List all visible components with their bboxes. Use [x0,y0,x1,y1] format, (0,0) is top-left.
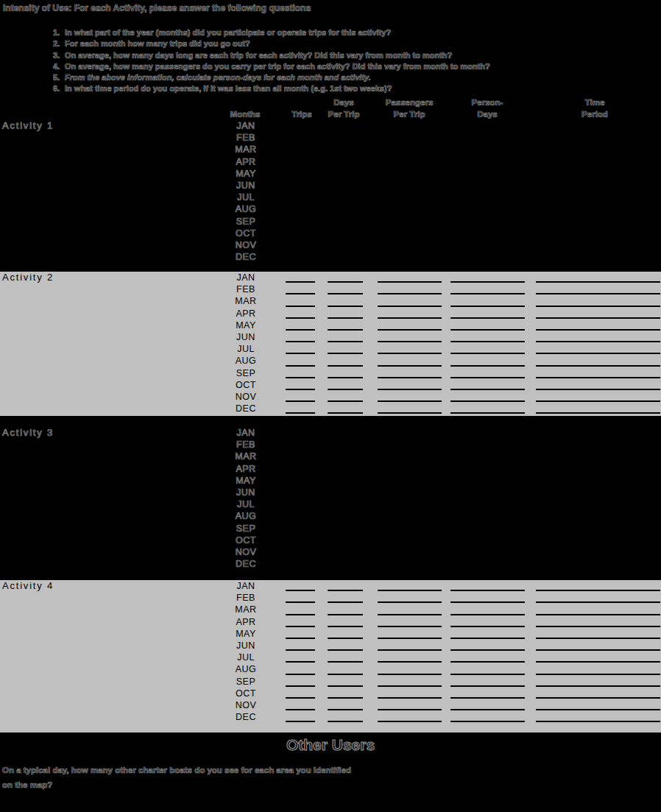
trips-blank-field [286,317,315,319]
person-days-blank-field [450,649,525,651]
days-per-trip-blank-field [328,601,363,603]
trips-blank-field [286,281,315,283]
passengers-per-trip-blank-field [378,544,442,546]
month-row: AUG [0,663,661,675]
passengers-per-trip-blank-field [378,377,442,378]
month-label: AUG [222,355,269,367]
month-label: MAY [222,319,269,331]
month-label: NOV [222,699,269,711]
trips-blank-field [286,130,315,131]
time-period-blank-field [536,685,660,687]
column-header-passengers-per-trip: PassengersPer Trip [386,96,434,120]
month-row: OCT [0,534,661,546]
trips-blank-field [286,649,315,651]
person-days-blank-field [450,177,525,179]
month-label: AUG [222,663,269,675]
days-per-trip-blank-field [328,661,363,663]
page-title: Intensity of Use: For each Activity, ple… [3,3,311,13]
trips-blank-field [286,590,315,591]
month-row: SEP [0,216,661,227]
passengers-per-trip-blank-field [378,281,442,283]
trips-blank-field [286,329,315,331]
days-per-trip-blank-field [328,201,363,202]
month-row: APR [0,308,661,319]
activity-1-section: Activity 1 JAN FEB MAR APR MAY [0,120,661,272]
month-label: MAY [222,168,269,180]
month-row: MAY [0,628,661,640]
question-3: 3. On average, how many days long are ea… [53,50,635,61]
month-label: AUG [222,510,269,522]
passengers-per-trip-blank-field [378,697,442,699]
question-number: 6. [53,83,65,94]
passengers-per-trip-blank-field [378,249,442,250]
trips-blank-field [286,189,315,191]
question-4: 4. On average, how many passengers do yo… [53,61,635,72]
month-row: APR [0,156,661,168]
days-per-trip-blank-field [328,293,363,294]
person-days-blank-field [450,130,525,131]
trips-blank-field [286,484,315,486]
person-days-blank-field [450,293,525,294]
time-period-blank-field [536,496,660,498]
days-per-trip-blank-field [328,697,363,699]
month-label: MAY [222,628,269,640]
month-row: MAY [0,475,661,487]
days-per-trip-blank-field [328,329,363,331]
person-days-blank-field [450,448,525,450]
month-row: AUG [0,510,661,522]
trips-blank-field [286,556,315,557]
days-per-trip-blank-field [328,281,363,283]
month-label: JUL [222,498,269,510]
question-text: From the above information, calculate pe… [65,72,371,83]
passengers-per-trip-blank-field [378,261,442,262]
trips-blank-field [286,306,315,307]
month-row: FEB [0,283,661,295]
time-period-blank-field [536,154,660,155]
person-days-blank-field [450,213,525,215]
trips-blank-field [286,601,315,603]
person-days-blank-field [450,520,525,522]
month-row: JUN [0,640,661,652]
month-row: OCT [0,227,661,239]
column-header-days-per-trip: DaysPer Trip [328,96,360,120]
month-row: JUN [0,331,661,343]
days-per-trip-blank-field [328,461,363,462]
question-number: 3. [53,50,65,61]
trips-blank-field [286,141,315,143]
trips-blank-field [286,154,315,155]
trips-blank-field [286,638,315,639]
days-per-trip-blank-field [328,685,363,687]
month-row: SEP [0,367,661,379]
activity-3-rows: JAN FEB MAR APR MAY [0,427,661,570]
person-days-blank-field [450,341,525,342]
passengers-per-trip-blank-field [378,141,442,143]
time-period-blank-field [536,661,660,663]
time-period-blank-field [536,389,660,390]
time-period-blank-field [536,225,660,227]
question-text: In what part of the year (months) did yo… [65,27,391,38]
time-period-blank-field [536,697,660,699]
month-label: JUN [222,331,269,343]
person-days-blank-field [450,532,525,534]
days-per-trip-blank-field [328,306,363,307]
time-period-blank-field [536,532,660,534]
trips-blank-field [286,496,315,498]
question-number: 5. [53,72,65,83]
month-row: FEB [0,439,661,451]
trips-blank-field [286,674,315,675]
time-period-blank-field [536,626,660,627]
column-header-trips: Trips [291,96,311,120]
time-period-blank-field [536,437,660,438]
days-per-trip-blank-field [328,473,363,474]
other-users-question: On a typical day, how many other charter… [2,763,356,792]
person-days-blank-field [450,281,525,283]
days-per-trip-blank-field [328,590,363,591]
passengers-per-trip-blank-field [378,400,442,402]
days-per-trip-blank-field [328,556,363,557]
passengers-per-trip-blank-field [378,496,442,498]
month-row: NOV [0,391,661,403]
time-period-blank-field [536,544,660,546]
days-per-trip-blank-field [328,389,363,390]
trips-blank-field [286,473,315,474]
days-per-trip-blank-field [328,520,363,522]
